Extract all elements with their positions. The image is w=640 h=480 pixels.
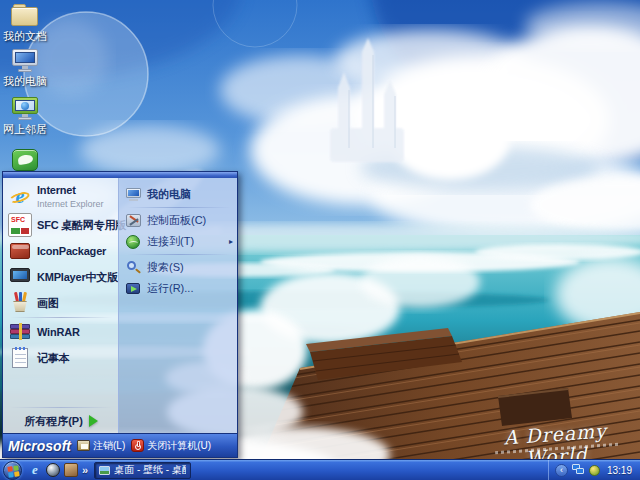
start-menu: e Internet Internet Explorer SFC SFC 桌酷网… <box>2 171 238 458</box>
menu-item-internet[interactable]: e Internet Internet Explorer <box>6 180 116 212</box>
menu-item-iconpackager[interactable]: IconPackager <box>6 238 116 264</box>
log-off-icon <box>77 440 90 451</box>
desktop-screen: A Dreamy World 我的文档 我的电脑 网上邻居 e Internet… <box>0 0 640 480</box>
all-programs-arrow-icon <box>89 415 98 427</box>
desktop-icon-network-places[interactable]: 网上邻居 <box>0 97 56 135</box>
quick-launch-ie-icon[interactable]: e <box>28 463 42 477</box>
system-tray: ‹ 13:19 <box>548 460 637 480</box>
menu-item-run[interactable]: 运行(R)... <box>123 278 235 299</box>
windows-flag-icon <box>7 465 19 477</box>
menu-separator <box>127 254 231 255</box>
menu-item-sfc[interactable]: SFC SFC 桌酷网专用版 <box>6 212 116 238</box>
quick-launch-overflow-chevron[interactable]: » <box>82 463 88 477</box>
start-menu-footer: Microsoft 注销(L) 关闭计算机(U) <box>3 433 237 457</box>
quick-launch-bar: e » <box>26 463 90 477</box>
microsoft-logo: Microsoft <box>8 438 71 454</box>
menu-item-kmplayer[interactable]: KMPlayer中文版 <box>6 264 116 290</box>
power-icon <box>131 439 144 452</box>
shut-down-button[interactable]: 关闭计算机(U) <box>131 439 211 453</box>
taskbar: e » 桌面 - 壁纸 - 桌酷壁... ‹ 13:19 <box>0 459 640 480</box>
taskbar-clock[interactable]: 13:19 <box>604 465 635 476</box>
menu-item-my-computer[interactable]: 我的电脑 <box>123 184 235 205</box>
start-menu-pinned-column: e Internet Internet Explorer SFC SFC 桌酷网… <box>3 178 118 433</box>
quick-launch-globe-icon[interactable] <box>46 463 60 477</box>
taskbar-window-button[interactable]: 桌面 - 壁纸 - 桌酷壁... <box>94 462 191 479</box>
control-panel-icon <box>125 213 142 229</box>
desktop-icon-my-computer[interactable]: 我的电脑 <box>0 49 56 87</box>
desktop-icon-label: 我的文档 <box>3 31 47 42</box>
desktop-icon-label: 网上邻居 <box>3 124 47 135</box>
log-off-button[interactable]: 注销(L) <box>77 439 125 453</box>
picture-window-icon <box>99 466 110 475</box>
green-app-icon <box>12 149 38 171</box>
all-programs-button[interactable]: 所有程序(P) <box>6 409 116 433</box>
connect-icon <box>125 234 142 250</box>
winrar-icon <box>8 320 32 344</box>
my-computer-icon <box>125 187 142 203</box>
paint-icon <box>8 291 32 315</box>
tray-network-icon[interactable] <box>572 464 585 476</box>
menu-item-search[interactable]: 搜索(S) <box>123 257 235 278</box>
iconpackager-icon <box>8 239 32 263</box>
notepad-icon <box>8 346 32 370</box>
menu-item-winrar[interactable]: WinRAR <box>6 319 116 345</box>
quick-launch-app-icon[interactable] <box>64 463 78 477</box>
menu-item-paint[interactable]: 画图 <box>6 290 116 316</box>
kmplayer-icon <box>8 265 32 289</box>
run-icon <box>125 281 142 297</box>
start-menu-system-column: 我的电脑 控制面板(C) 连接到(T) ▸ 搜索(S) <box>118 178 237 433</box>
menu-separator <box>10 407 112 408</box>
tray-collapse-chevron[interactable]: ‹ <box>555 464 568 477</box>
internet-explorer-icon: e <box>8 184 32 208</box>
menu-separator <box>127 207 231 208</box>
menu-separator <box>10 317 112 318</box>
computer-icon <box>11 49 39 73</box>
tray-status-icon[interactable] <box>589 465 600 476</box>
sfc-icon: SFC <box>8 213 32 237</box>
submenu-chevron-icon: ▸ <box>229 237 233 246</box>
desktop-icon-label: 我的电脑 <box>3 76 47 87</box>
menu-item-connect-to[interactable]: 连接到(T) ▸ <box>123 231 235 252</box>
search-icon <box>125 260 142 276</box>
network-icon <box>11 97 39 121</box>
folder-icon <box>11 4 39 28</box>
menu-item-control-panel[interactable]: 控制面板(C) <box>123 210 235 231</box>
start-button[interactable] <box>3 461 22 480</box>
desktop-icon-my-documents[interactable]: 我的文档 <box>0 4 56 42</box>
menu-item-notepad[interactable]: 记事本 <box>6 345 116 371</box>
